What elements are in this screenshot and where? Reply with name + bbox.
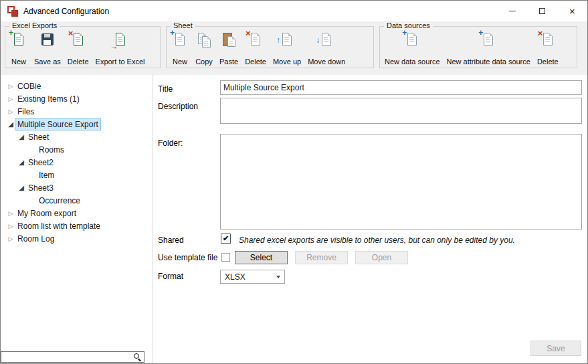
save-as-button[interactable]: Save as [31, 28, 64, 68]
delete-excel-export-button[interactable]: Delete [64, 28, 92, 68]
delete-data-source-button[interactable]: Delete [534, 28, 562, 68]
maximize-button[interactable] [527, 1, 557, 21]
tree-search-box [1, 351, 144, 363]
tree-item-multiple-source-export[interactable]: ◢ Multiple Source Export [1, 118, 153, 130]
shared-checkbox[interactable]: ✔ [221, 234, 231, 244]
minimize-icon [509, 11, 516, 11]
folder-textarea[interactable] [220, 134, 582, 230]
tree-expander-icon[interactable]: ▷ [6, 223, 15, 230]
tree-item-rooms[interactable]: Rooms [1, 143, 153, 156]
tree-item-room-log[interactable]: ▷ Room Log [1, 232, 153, 245]
save-as-icon [39, 31, 56, 49]
export-to-excel-button[interactable]: Export to Excel [92, 28, 149, 68]
tree-search-input[interactable] [1, 353, 133, 361]
tree-expander-icon[interactable]: ◢ [6, 120, 15, 128]
format-label: Format [158, 272, 183, 281]
toolbar: Excel Exports New Save as Delete Export … [1, 21, 587, 76]
use-template-file-label: Use template file [158, 253, 217, 262]
paste-sheet-button[interactable]: Paste [216, 28, 241, 68]
checkmark-icon: ✔ [223, 235, 229, 242]
new-attribute-data-source-button[interactable]: New attribute data source [444, 28, 534, 68]
window-controls: × [497, 1, 587, 21]
tree-expander-icon[interactable]: ◢ [17, 133, 26, 141]
new-attribute-data-source-icon [480, 31, 497, 49]
delete-excel-export-icon [70, 31, 87, 49]
description-label: Description [158, 102, 198, 111]
shared-note: Shared excel exports are visible to othe… [239, 236, 515, 245]
delete-sheet-button[interactable]: Delete [241, 28, 270, 68]
move-down-button[interactable]: Move down [304, 28, 349, 68]
format-dropdown-value: XLSX [225, 272, 246, 282]
delete-sheet-icon [247, 31, 264, 49]
tree-item-room-list-with-template[interactable]: ▷ Room list with template [1, 219, 153, 232]
chevron-down-icon [276, 276, 280, 278]
export-tree-panel: ▷ COBie ▷ Existing Items (1) ▷ Files ◢ M… [1, 75, 153, 363]
paste-sheet-icon [220, 31, 237, 49]
title-label: Title [158, 84, 173, 94]
use-template-file-checkbox[interactable] [221, 253, 230, 262]
copy-sheet-button[interactable]: Copy [192, 28, 216, 68]
move-up-button[interactable]: Move up [270, 28, 304, 68]
group-label: Data sources [384, 21, 433, 29]
tree-expander-icon[interactable]: ◢ [17, 159, 26, 166]
tree-item-sheet[interactable]: ◢ Sheet [1, 130, 153, 143]
tree-expander-icon[interactable]: ▷ [6, 83, 15, 90]
description-textarea[interactable] [220, 98, 582, 124]
tree-item-files[interactable]: ▷ Files [1, 105, 153, 118]
advanced-configuration-window: Advanced Configuration × Excel Exports N… [0, 0, 588, 364]
new-sheet-icon [171, 31, 189, 49]
group-label: Excel Exports [9, 21, 60, 29]
tree-item-cobie[interactable]: ▷ COBie [1, 80, 153, 92]
tree-expander-icon[interactable]: ▷ [6, 96, 15, 102]
select-template-button[interactable]: Select [235, 251, 288, 264]
search-icon [133, 353, 142, 361]
maximize-icon [539, 8, 545, 14]
tree-item-item[interactable]: Item [1, 169, 153, 181]
toolbar-group-data-sources: Data sources New data source New attribu… [379, 26, 577, 68]
new-excel-export-icon [10, 31, 27, 49]
new-sheet-button[interactable]: New [168, 28, 192, 68]
delete-data-source-icon [539, 31, 557, 49]
close-icon: × [569, 6, 575, 16]
new-data-source-button[interactable]: New data source [381, 28, 444, 68]
export-settings-form: Title Description Folder: Shared ✔ Share… [154, 75, 587, 363]
tree-expander-icon[interactable]: ▷ [6, 210, 15, 217]
tree-expander-icon[interactable]: ▷ [6, 236, 15, 242]
copy-sheet-icon [195, 31, 213, 49]
title-bar: Advanced Configuration × [1, 1, 587, 21]
tree-item-occurrence[interactable]: Occurrence [1, 194, 153, 207]
format-dropdown[interactable]: XLSX [220, 270, 285, 284]
tree-expander-icon[interactable]: ▷ [6, 108, 15, 115]
tree-expander-icon[interactable]: ◢ [17, 184, 26, 191]
new-data-source-icon [403, 31, 421, 49]
tree-item-existing-items[interactable]: ▷ Existing Items (1) [1, 92, 153, 105]
window-title: Advanced Configuration [23, 7, 109, 16]
remove-template-button[interactable]: Remove [295, 251, 348, 264]
app-icon [7, 6, 18, 17]
move-down-icon [318, 31, 335, 49]
export-to-excel-icon [112, 31, 129, 49]
save-button[interactable]: Save [530, 341, 581, 356]
tree-item-sheet2[interactable]: ◢ Sheet2 [1, 156, 153, 169]
new-excel-export-button[interactable]: New [7, 28, 31, 68]
export-tree: ▷ COBie ▷ Existing Items (1) ▷ Files ◢ M… [1, 75, 153, 245]
open-template-button[interactable]: Open [355, 251, 408, 264]
folder-label: Folder: [158, 139, 183, 148]
shared-label: Shared [158, 236, 184, 245]
tree-item-my-room-export[interactable]: ▷ My Room export [1, 207, 153, 219]
toolbar-group-excel-exports: Excel Exports New Save as Delete Export … [5, 26, 161, 68]
minimize-button[interactable] [497, 1, 527, 21]
move-up-icon [278, 31, 296, 49]
tree-item-sheet3[interactable]: ◢ Sheet3 [1, 181, 153, 194]
close-button[interactable]: × [557, 1, 587, 21]
title-input[interactable] [220, 80, 582, 95]
toolbar-group-sheet: Sheet New Copy Paste Delete [166, 26, 374, 68]
